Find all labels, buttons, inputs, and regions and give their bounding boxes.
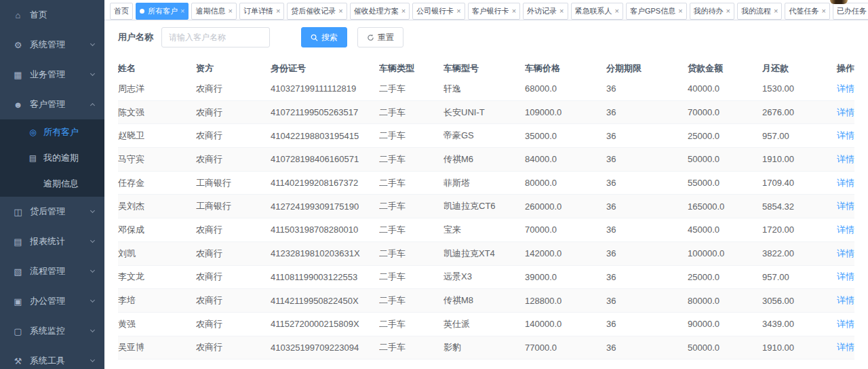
- cell: 周志洋: [118, 83, 196, 95]
- search-button[interactable]: 搜索: [301, 27, 347, 47]
- customer-name-input[interactable]: [161, 27, 270, 47]
- detail-link[interactable]: 详情: [837, 107, 854, 117]
- sidebar-item-label: 业务管理: [30, 69, 91, 81]
- avatar-image: [830, 0, 848, 4]
- sidebar-item-system[interactable]: ⚙系统管理: [0, 30, 104, 60]
- sidebar-item-label: 客户管理: [30, 98, 91, 111]
- cell-action: 详情: [820, 200, 854, 212]
- close-icon[interactable]: ×: [338, 7, 342, 15]
- sidebar-item-label: 贷后管理: [30, 206, 91, 218]
- table-row: 陈文强农商行410721199505263517二手车长安UNI-T109000…: [118, 101, 854, 125]
- tab-13[interactable]: 代签任务×: [785, 3, 829, 20]
- detail-link[interactable]: 详情: [837, 154, 854, 164]
- cell: 411081199003122553: [271, 272, 379, 282]
- cell: 25000.0: [688, 131, 762, 141]
- close-icon[interactable]: ×: [180, 7, 184, 15]
- sidebar-subitem-overdue-info[interactable]: 逾期信息: [0, 171, 104, 197]
- sidebar-subitem-all-customers[interactable]: ◎所有客户: [0, 119, 104, 145]
- column-header: 操作: [820, 62, 854, 75]
- close-icon[interactable]: ×: [228, 7, 232, 15]
- detail-link[interactable]: 详情: [837, 83, 854, 94]
- chevron-down-icon: [90, 357, 95, 362]
- tab-3[interactable]: 订单详情×: [239, 3, 284, 20]
- close-icon[interactable]: ×: [456, 7, 460, 15]
- cell: 957.00: [762, 131, 820, 141]
- cell: 传祺M8: [443, 294, 525, 307]
- close-icon[interactable]: ×: [615, 7, 619, 15]
- close-icon[interactable]: ×: [774, 7, 778, 15]
- detail-link[interactable]: 详情: [837, 178, 854, 188]
- cell-action: 详情: [820, 271, 854, 283]
- cell: 80000.0: [688, 296, 762, 306]
- tab-label: 代签任务: [789, 6, 818, 16]
- close-icon[interactable]: ×: [726, 7, 730, 15]
- detail-link[interactable]: 详情: [837, 130, 854, 140]
- close-icon[interactable]: ×: [512, 7, 516, 15]
- tab-label: 客户GPS信息: [630, 6, 675, 16]
- detail-link[interactable]: 详情: [837, 271, 854, 281]
- sidebar-item-tools[interactable]: ⚒系统工具: [0, 346, 104, 369]
- tab-9[interactable]: 紧急联系人×: [571, 3, 623, 20]
- cell: 109000.0: [525, 107, 606, 117]
- tab-7[interactable]: 客户银行卡×: [468, 3, 520, 20]
- cell: 农商行: [196, 130, 271, 142]
- sidebar-item-reports[interactable]: ▤报表统计: [0, 227, 104, 256]
- cell: 二手车: [379, 200, 443, 212]
- tab-5[interactable]: 催收处理方案×: [350, 3, 410, 20]
- cell: 菲斯塔: [443, 177, 525, 189]
- detail-link[interactable]: 详情: [837, 248, 854, 258]
- detail-link[interactable]: 详情: [837, 319, 854, 329]
- cell: 100000.0: [688, 248, 762, 258]
- sidebar-item-label: 报表统计: [30, 235, 91, 248]
- column-header: 月还款: [762, 62, 820, 75]
- detail-link[interactable]: 详情: [837, 225, 854, 235]
- sidebar-item-post-loan[interactable]: ◫贷后管理: [0, 197, 104, 227]
- column-header: 分期期限: [606, 62, 688, 75]
- reset-button[interactable]: 重置: [357, 27, 403, 47]
- cell: 二手车: [379, 318, 443, 330]
- sidebar-item-office[interactable]: ▣办公管理: [0, 286, 104, 316]
- detail-link[interactable]: 详情: [837, 295, 854, 305]
- tab-8[interactable]: 外访记录×: [523, 3, 568, 20]
- close-icon[interactable]: ×: [821, 7, 825, 15]
- tab-1[interactable]: 所有客户×: [136, 3, 189, 20]
- tab-2[interactable]: 逾期信息×: [191, 3, 236, 20]
- sidebar-subitem-label: 所有客户: [43, 126, 96, 138]
- cell-action: 详情: [820, 130, 854, 142]
- detail-link[interactable]: 详情: [837, 342, 854, 352]
- tab-4[interactable]: 贷后催收记录×: [287, 3, 347, 20]
- detail-link[interactable]: 详情: [837, 201, 854, 211]
- close-icon[interactable]: ×: [678, 7, 682, 15]
- tab-11[interactable]: 我的待办×: [690, 3, 734, 20]
- cell: 140000.0: [525, 319, 606, 329]
- tab-10[interactable]: 客户GPS信息×: [626, 3, 687, 20]
- sidebar-item-label: 系统工具: [30, 355, 91, 367]
- table-row: 马守宾农商行410728198406160571二手车传祺M684000.036…: [118, 148, 854, 172]
- close-icon[interactable]: ×: [559, 7, 564, 15]
- cell: 二手车: [379, 341, 443, 353]
- cell: 36: [606, 225, 688, 235]
- home-icon: ⌂: [12, 11, 24, 20]
- tab-label: 逾期信息: [195, 6, 225, 16]
- tab-12[interactable]: 我的流程×: [737, 3, 782, 20]
- sidebar-item-process[interactable]: ▧流程管理: [0, 256, 104, 286]
- sidebar-item-home[interactable]: ⌂首页: [0, 0, 104, 30]
- cell: 957.00: [762, 272, 820, 282]
- table-row-partial: [118, 360, 854, 369]
- sidebar-item-monitor[interactable]: ▢系统监控: [0, 316, 104, 346]
- close-icon[interactable]: ×: [401, 7, 406, 15]
- close-icon[interactable]: ×: [276, 7, 280, 15]
- sidebar-subitem-my-overdue[interactable]: ▤我的逾期: [0, 145, 104, 171]
- cell: 41152720000215809X: [271, 319, 379, 329]
- sidebar-item-customer[interactable]: ☻客户管理: [0, 90, 104, 119]
- tab-14[interactable]: 已办任务×: [833, 3, 868, 20]
- office-icon: ▣: [12, 297, 24, 306]
- cell: 36: [606, 154, 688, 164]
- active-dot-icon: [140, 9, 144, 14]
- tab-6[interactable]: 公司银行卡×: [412, 3, 465, 20]
- tab-0[interactable]: 首页: [110, 3, 133, 20]
- reset-button-label: 重置: [378, 32, 394, 43]
- tab-label: 订单详情: [243, 6, 273, 16]
- sidebar-item-business[interactable]: ▦业务管理: [0, 60, 104, 90]
- cell: 农商行: [196, 224, 271, 236]
